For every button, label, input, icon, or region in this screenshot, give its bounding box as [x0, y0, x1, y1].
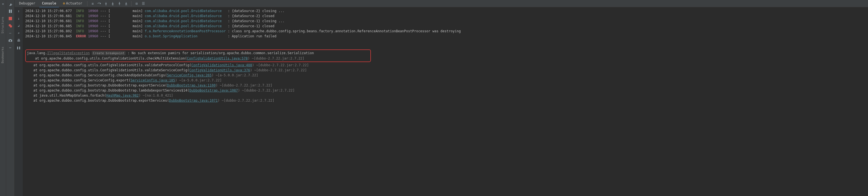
log-logger: com.alibaba.druid.pool.DruidDataSource — [145, 24, 226, 28]
log-line: 2024-12-10 15:27:06.685 INFO 10960 --- [… — [25, 24, 866, 29]
log-pid: 10960 — [88, 24, 98, 28]
log-line: 2024-12-10 15:27:06.681 INFO 10960 --- [… — [25, 13, 866, 19]
step-out-icon[interactable] — [117, 1, 122, 6]
pause-icon[interactable] — [8, 9, 12, 13]
stop-icon[interactable] — [8, 16, 12, 21]
log-timestamp: 2024-12-10 15:27:06.681 — [25, 19, 72, 23]
tab-console[interactable]: Console — [39, 0, 59, 7]
step-over-icon[interactable] — [96, 1, 102, 6]
tab-actuator[interactable]: ⚙Actuator — [60, 0, 85, 7]
stack-frame-link[interactable]: ConfigValidationUtils.java:376 — [189, 68, 250, 72]
stack-frame-post: ) ~[dubbo-2.7.22.jar:2.7.22] — [216, 83, 272, 87]
bookmarks-tab[interactable]: Bookmarks — [0, 45, 6, 66]
tab-bar: Debugger Console ⚙Actuator ≡ ⊡ ☰ — [14, 0, 868, 7]
tab-separator-2 — [131, 1, 131, 6]
stack-frame: at org.apache.dubbo.config.bootstrap.Dub… — [25, 98, 866, 103]
svg-rect-1 — [11, 9, 12, 13]
log-timestamp: 2024-12-10 15:27:06.845 — [25, 34, 72, 38]
chevrons-icon[interactable]: » — [1, 2, 5, 6]
log-level: INFO — [76, 29, 86, 33]
stack-frame-post: ) ~[dubbo-2.7.22.jar:2.7.22] — [248, 56, 305, 60]
log-message: {dataSource-1} closing ... — [232, 19, 285, 23]
log-thread: main — [133, 34, 141, 38]
stack-frame-link[interactable]: ServiceConfig.java:265 — [167, 73, 212, 77]
stack-frame-link[interactable]: DubboBootstrap.java:1071 — [169, 99, 218, 103]
scroll-up-icon[interactable]: ↑ — [16, 8, 22, 14]
log-thread: main — [133, 9, 141, 13]
dots-icon[interactable]: ⋯ — [8, 46, 12, 50]
stack-frame-post: ) ~[dubbo-2.7.22.jar:2.7.22] — [218, 99, 274, 103]
stack-frame-link[interactable]: ConfigValidationUtils.java:488 — [191, 63, 252, 67]
stack-frame-pre: at org.apache.dubbo.config.utils.ConfigV… — [33, 63, 191, 67]
stack-frame-post: ) ~[a-5.0.0.jar:2.7.22] — [212, 73, 258, 77]
run-to-cursor-icon[interactable] — [123, 1, 129, 6]
stack-frame-post: ) ~[dubbo-2.7.22.jar:2.7.22] — [252, 63, 309, 67]
wrench-icon[interactable] — [8, 2, 12, 6]
log-line: 2024-12-10 15:27:06.677 INFO 10960 --- [… — [25, 8, 866, 13]
filter-icon[interactable]: ⌕ — [16, 30, 22, 36]
stack-frame-link[interactable]: DubboBootstrap.java:1087 — [189, 88, 238, 92]
stack-frame-link[interactable]: HashMap.java:982 — [106, 93, 139, 97]
horizontal-icon[interactable]: ≡ — [90, 1, 95, 6]
console-output[interactable]: 2024-12-10 15:27:06.677 INFO 10960 --- [… — [23, 7, 868, 196]
svg-rect-2 — [9, 17, 12, 20]
stack-frame-link[interactable]: ServiceConfig.java:185 — [131, 78, 175, 82]
stack-icon[interactable]: ☰ — [141, 1, 146, 6]
svg-point-4 — [10, 25, 12, 28]
tab-separator — [87, 1, 88, 6]
stack-frame-pre: at java.util.HashMap$Values.forEach( — [33, 93, 106, 97]
camera-icon[interactable] — [8, 38, 12, 43]
main-panel: Debugger Console ⚙Actuator ≡ ⊡ ☰ ↑ ↓ ↲ ⌕… — [14, 0, 868, 196]
structure-tab[interactable]: Structure — [0, 15, 6, 36]
log-level: INFO — [76, 19, 86, 23]
force-step-into-icon[interactable] — [110, 1, 116, 6]
scroll-down-icon[interactable]: ↓ — [16, 16, 22, 21]
stack-frame-link[interactable]: DubboBootstrap.java:1100 — [167, 83, 216, 87]
breakpoints-icon[interactable] — [8, 24, 12, 28]
tab-debugger[interactable]: Debugger — [16, 0, 38, 7]
stack-frame-pre: at org.apache.dubbo.config.bootstrap.Dub… — [33, 88, 189, 92]
log-level: ERROR — [76, 34, 86, 38]
svg-rect-0 — [9, 9, 10, 13]
exception-name[interactable]: IllegalStateException — [47, 51, 90, 55]
exception-message: : No such extension pamirs for serializa… — [128, 51, 314, 55]
create-breakpoint-button[interactable]: Create breakpoint — [92, 51, 126, 55]
exception-prefix: java.lang. — [27, 51, 47, 55]
wrap-icon[interactable]: ↲ — [16, 23, 22, 29]
log-thread: main — [133, 14, 141, 18]
log-logger: f.a.ReferenceAnnotationBeanPostProcessor — [145, 29, 226, 33]
stack-frame: at org.apache.dubbo.config.bootstrap.Dub… — [25, 88, 866, 93]
log-timestamp: 2024-12-10 15:27:06.685 — [25, 24, 72, 28]
stack-frame: at org.apache.dubbo.config.ServiceConfig… — [25, 78, 866, 83]
log-thread: main — [133, 24, 141, 28]
pause-output-icon[interactable]: ❚❚ — [16, 45, 22, 51]
svg-point-5 — [106, 4, 106, 5]
log-level: INFO — [76, 9, 86, 13]
highlighted-exception: java.lang.IllegalStateException Create b… — [25, 49, 371, 62]
log-thread: main — [133, 29, 141, 33]
console-gutter: ↑ ↓ ↲ ⌕ 🖶 ❚❚ — [14, 7, 23, 196]
print-icon[interactable]: 🖶 — [16, 38, 22, 43]
stack-frame-pre: at org.apache.dubbo.config.ServiceConfig… — [33, 73, 167, 77]
root: » Structure Bookmarks — ⋯ Debugger Conso… — [0, 0, 868, 196]
log-message: {dataSource-1} closed — [232, 24, 275, 28]
evaluate-icon[interactable]: ⊡ — [134, 1, 140, 6]
step-into-icon[interactable] — [103, 1, 109, 6]
stack-frame-post: ) ~[a-5.0.0.jar:2.7.22] — [175, 78, 222, 82]
log-timestamp: 2024-12-10 15:27:06.677 — [25, 9, 72, 13]
log-logger: com.alibaba.druid.pool.DruidDataSource — [145, 14, 226, 18]
log-logger: com.alibaba.druid.pool.DruidDataSource — [145, 19, 226, 23]
line-icon[interactable]: — — [8, 31, 12, 35]
stack-frame-post: ) ~[dubbo-2.7.22.jar:2.7.22] — [250, 68, 307, 72]
log-pid: 10960 — [88, 19, 98, 23]
log-logger: com.alibaba.druid.pool.DruidDataSource — [145, 9, 226, 13]
log-message: Application run failed — [232, 34, 276, 38]
stack-frame-link[interactable]: ConfigValidationUtils.java:578 — [187, 56, 248, 60]
stack-frame-pre: at org.apache.dubbo.config.bootstrap.Dub… — [33, 99, 169, 103]
stack-frame: at org.apache.dubbo.config.ServiceConfig… — [25, 73, 866, 78]
log-pid: 10960 — [88, 9, 98, 13]
log-timestamp: 2024-12-10 15:27:06.802 — [25, 29, 72, 33]
log-message: {dataSource-2} closing ... — [232, 9, 285, 13]
log-line: 2024-12-10 15:27:06.681 INFO 10960 --- [… — [25, 19, 866, 24]
stack-frame: at org.apache.dubbo.config.bootstrap.Dub… — [25, 83, 866, 88]
